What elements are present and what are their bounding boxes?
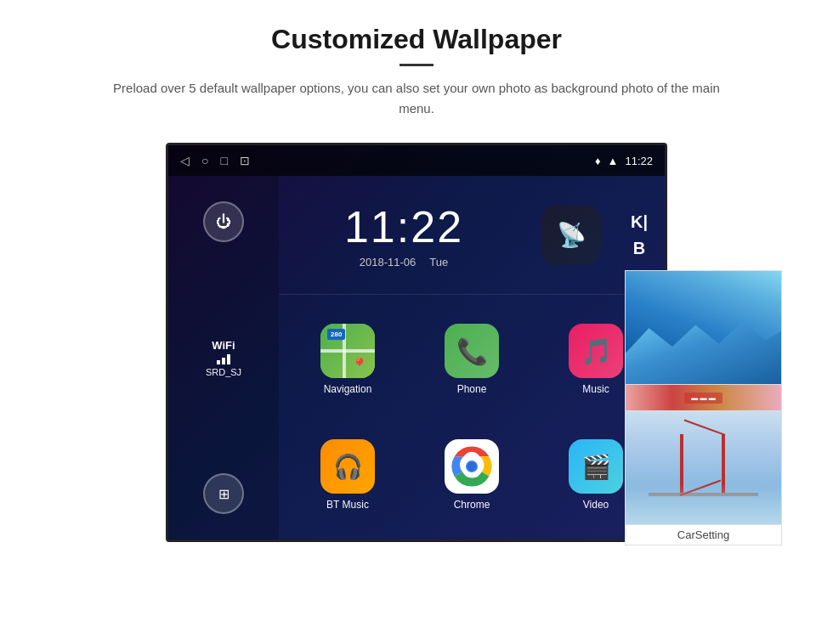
radio-signal-icon: 📡 xyxy=(557,221,586,249)
wifi-bar-2 xyxy=(222,358,225,364)
grid-icon: ⊞ xyxy=(218,486,230,502)
app-grid: 280 📍 Navigation 📞 Phone xyxy=(279,295,665,539)
page-title: Customized Wallpaper xyxy=(102,24,731,55)
app-chrome[interactable]: Chrome xyxy=(413,421,530,529)
apps-grid-button[interactable]: ⊞ xyxy=(203,473,244,514)
chrome-label: Chrome xyxy=(454,499,490,511)
video-label: Video xyxy=(583,499,609,511)
power-button[interactable]: ⏻ xyxy=(203,201,244,242)
fog xyxy=(626,484,781,524)
phone-symbol: 📞 xyxy=(456,336,488,366)
strip-decor: ▬ ▬ ▬ xyxy=(691,394,715,402)
page-subtitle: Preload over 5 default wallpaper options… xyxy=(102,78,731,119)
music-symbol: 🎵 xyxy=(581,336,612,366)
location-icon: ♦ xyxy=(595,155,601,167)
wallpaper-ice-bg xyxy=(626,271,781,384)
maps-road-h xyxy=(320,349,375,353)
wallpaper-stack: ▬ ▬ ▬ CarSetting xyxy=(625,270,782,545)
clock-display: 11:22 xyxy=(344,201,463,252)
maps-shield: 280 xyxy=(327,329,345,340)
screenshot-icon[interactable]: ⊡ xyxy=(240,154,250,167)
day-value: Tue xyxy=(429,256,448,268)
status-time: 11:22 xyxy=(625,155,653,167)
date-value: 2018-11-06 xyxy=(360,256,416,268)
wifi-info: WiFi SRD_SJ xyxy=(206,339,241,377)
svg-point-3 xyxy=(468,462,477,472)
title-divider xyxy=(400,64,434,66)
navigation-icon: 280 📍 xyxy=(320,324,375,378)
phone-label: Phone xyxy=(457,383,487,395)
wifi-bar-3 xyxy=(227,354,230,364)
status-bar-left: ◁ ○ □ ⊡ xyxy=(180,154,250,167)
music-label: Music xyxy=(582,383,609,395)
screen-body: ⏻ WiFi SRD_SJ ⊞ xyxy=(168,176,665,539)
b-icon: B xyxy=(633,239,645,258)
wallpaper-bridge-thumb[interactable] xyxy=(625,410,782,525)
wallpaper-ice-thumb[interactable] xyxy=(625,270,782,385)
app-phone[interactable]: 📞 Phone xyxy=(413,305,530,414)
maps-bg: 280 📍 xyxy=(320,324,375,378)
screen-main: 11:22 2018-11-06 Tue 📡 xyxy=(279,176,665,539)
home-icon[interactable]: ○ xyxy=(201,154,208,167)
wallpaper-carsetting-label: CarSetting xyxy=(625,525,782,545)
time-widget: 11:22 2018-11-06 Tue xyxy=(279,176,529,294)
wallpaper-bridge-bg xyxy=(626,411,781,524)
music-icon: 🎵 xyxy=(569,324,623,378)
k-icon: K| xyxy=(631,212,648,232)
chrome-svg xyxy=(450,445,493,488)
maps-pin: 📍 xyxy=(351,357,368,373)
navigation-label: Navigation xyxy=(324,383,372,395)
btmusic-label: BT Music xyxy=(326,499,369,511)
phone-icon: 📞 xyxy=(445,324,499,378)
page-wrapper: Customized Wallpaper Preload over 5 defa… xyxy=(0,0,833,542)
power-icon: ⏻ xyxy=(216,213,231,231)
left-sidebar: ⏻ WiFi SRD_SJ ⊞ xyxy=(168,176,279,539)
android-screen: ◁ ○ □ ⊡ ♦ ▲ 11:22 ⏻ xyxy=(166,143,667,542)
wallpaper-middle-strip: ▬ ▬ ▬ xyxy=(625,385,782,410)
top-section: 11:22 2018-11-06 Tue 📡 xyxy=(279,176,665,295)
video-icon: 🎬 xyxy=(569,439,623,494)
app-btmusic[interactable]: 🎧 BT Music xyxy=(289,421,406,529)
date-display: 2018-11-06 Tue xyxy=(360,256,448,268)
wifi-bars xyxy=(206,354,241,364)
recents-icon[interactable]: □ xyxy=(220,154,227,167)
btmusic-icon: 🎧 xyxy=(320,439,375,494)
status-bar: ◁ ○ □ ⊡ ♦ ▲ 11:22 xyxy=(168,145,665,176)
back-icon[interactable]: ◁ xyxy=(180,154,190,167)
wifi-bar-1 xyxy=(217,360,220,364)
app-navigation[interactable]: 280 📍 Navigation xyxy=(289,305,406,414)
wifi-label: WiFi xyxy=(206,339,241,352)
radio-widget[interactable]: 📡 xyxy=(529,176,614,294)
status-bar-right: ♦ ▲ 11:22 xyxy=(595,155,653,167)
signal-icon: ▲ xyxy=(608,155,619,167)
wifi-network: SRD_SJ xyxy=(206,367,241,377)
radio-icon-box: 📡 xyxy=(541,206,601,265)
video-symbol: 🎬 xyxy=(581,453,611,481)
page-header: Customized Wallpaper Preload over 5 defa… xyxy=(0,0,833,134)
chrome-icon xyxy=(445,439,499,494)
bluetooth-symbol: 🎧 xyxy=(333,453,363,481)
main-content: ◁ ○ □ ⊡ ♦ ▲ 11:22 ⏻ xyxy=(0,134,833,542)
middle-strip-content: ▬ ▬ ▬ xyxy=(684,393,722,404)
